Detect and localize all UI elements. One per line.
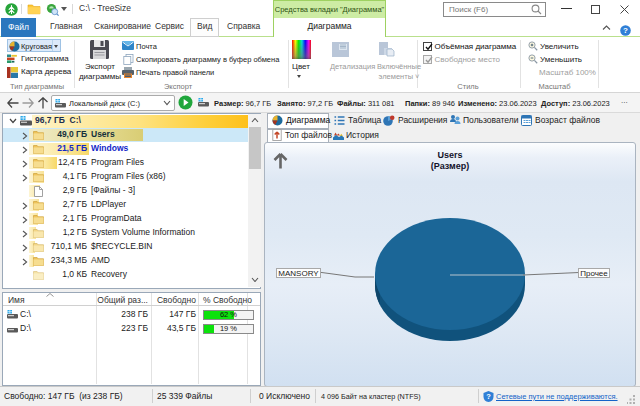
svg-text:?: ? (486, 392, 491, 401)
svg-text:?: ? (623, 26, 628, 35)
